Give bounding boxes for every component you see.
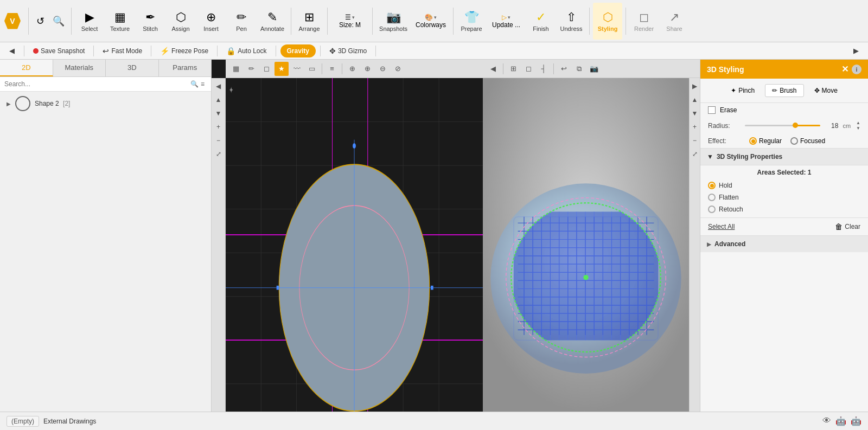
- brush-tool-btn[interactable]: ✏ Brush: [765, 84, 803, 97]
- brush-2d-btn[interactable]: 〰: [290, 62, 304, 76]
- tab-3d[interactable]: 3D: [106, 60, 159, 76]
- eraser-2d-btn[interactable]: ▭: [305, 62, 319, 76]
- rect-btn[interactable]: ◻: [259, 62, 273, 76]
- radius-slider[interactable]: [745, 125, 820, 126]
- undo-button[interactable]: ↺: [32, 3, 48, 40]
- render-tool[interactable]: ◻ Render: [629, 3, 659, 40]
- erase-checkbox[interactable]: [708, 106, 716, 114]
- back-3d-btn[interactable]: ◀: [486, 62, 500, 76]
- empty-tag[interactable]: (Empty): [7, 416, 39, 427]
- layers-3d-btn[interactable]: ⧉: [572, 62, 586, 76]
- effect-row: Effect: Regular Focused: [700, 134, 868, 148]
- svg-point-22: [353, 143, 356, 148]
- star-btn[interactable]: ★: [275, 62, 289, 76]
- vzoomout-btn[interactable]: −: [213, 134, 225, 146]
- clear-button[interactable]: Clear: [845, 223, 860, 230]
- retouch-option[interactable]: Retouch: [700, 203, 868, 215]
- colorways-tool[interactable]: 🎨 ▾ Colorways: [412, 3, 450, 40]
- zoom-out-2d[interactable]: ⊖: [375, 62, 390, 76]
- finish-tool[interactable]: ✓ Finish: [526, 3, 556, 40]
- vzoomin-btn[interactable]: +: [213, 121, 225, 133]
- shape-preview: [15, 96, 30, 111]
- share-tool[interactable]: ↗ Share: [660, 3, 689, 40]
- zoom-in-2d[interactable]: ⊕: [345, 62, 359, 76]
- camera-3d-btn[interactable]: 📷: [587, 62, 601, 76]
- shape-item[interactable]: ▶ Shape 2 [2]: [0, 92, 211, 115]
- zoom-fit-2d[interactable]: ⊘: [391, 62, 405, 76]
- fill-tool-btn[interactable]: ▦: [229, 62, 243, 76]
- vup-btn[interactable]: ▲: [213, 94, 225, 106]
- undo-3d-btn[interactable]: ↩: [557, 62, 571, 76]
- pen-tool[interactable]: ✏ Pen: [227, 3, 256, 40]
- auto-lock-button[interactable]: 🔒 Auto Lock: [222, 46, 271, 56]
- styling-props-header[interactable]: ▼ 3D Styling Properties: [700, 148, 868, 165]
- vexpand-btn[interactable]: ⤢: [213, 148, 225, 160]
- stitch-tool[interactable]: ✒ Stitch: [136, 3, 165, 40]
- canvas-2d[interactable]: ▦ ✏ ◻ ★ 〰 ▭ ≡ ⊕ ⊕ ⊖ ⊘ ◀ ▲ ▼ + − ⤢: [212, 60, 483, 412]
- search-button[interactable]: 🔍: [49, 3, 68, 40]
- ai-icon2[interactable]: 🤖: [851, 416, 861, 426]
- move-icon: ✥: [814, 87, 820, 94]
- canvas-3d[interactable]: ◀ ⊞ ◻ ┤ ↩ ⧉ 📷: [483, 60, 700, 412]
- filter-icon[interactable]: ≡: [201, 80, 205, 88]
- search-icon[interactable]: 🔍: [190, 80, 199, 88]
- snapshots-tool[interactable]: 📷 Snapshots: [376, 3, 411, 40]
- grid-3d-btn[interactable]: ⊞: [506, 62, 520, 76]
- fast-mode-button[interactable]: ↩ Fast Mode: [98, 46, 146, 56]
- update-tool[interactable]: ▷ ▾ Update ...: [487, 3, 525, 40]
- shape-label: Shape 2 [2]: [35, 100, 70, 107]
- eye-icon[interactable]: 👁: [822, 416, 831, 426]
- effect-regular-option[interactable]: Regular: [749, 137, 782, 145]
- search-input[interactable]: [4, 80, 190, 88]
- effect-focused-option[interactable]: Focused: [790, 137, 825, 145]
- tab-2d[interactable]: 2D: [0, 60, 53, 76]
- save-snapshot-button[interactable]: Save Snapshot: [29, 46, 89, 56]
- zoom-in2-2d[interactable]: ⊕: [360, 62, 374, 76]
- select-tool[interactable]: ▶ Select: [75, 3, 104, 40]
- annotate-tool[interactable]: ✎ Annotate: [257, 3, 288, 40]
- tab-params[interactable]: Params: [159, 60, 212, 76]
- assign-tool[interactable]: ⬡ Assign: [166, 3, 195, 40]
- tab-materials[interactable]: Materials: [53, 60, 106, 76]
- undress-tool[interactable]: ⇧ Undress: [557, 3, 586, 40]
- box-3d-btn[interactable]: ◻: [521, 62, 535, 76]
- move-tool-btn[interactable]: ✥ Move: [807, 84, 845, 97]
- select-all-button[interactable]: Select All: [708, 223, 735, 230]
- close-icon[interactable]: ✕: [841, 64, 848, 74]
- advanced-section[interactable]: ▶ Advanced: [700, 235, 868, 252]
- insert-tool[interactable]: ⊕ Insert: [196, 3, 226, 40]
- gizmo-3d-button[interactable]: ✥ 3D Gizmo: [325, 46, 371, 56]
- arrange-tool[interactable]: ⊞ Arrange: [295, 3, 324, 40]
- flatten-option[interactable]: Flatten: [700, 191, 868, 203]
- styling-tool[interactable]: ⬡ Styling: [593, 3, 622, 40]
- size-dropdown[interactable]: ☰ ▾ Size: M: [331, 3, 369, 40]
- pen-2d-btn[interactable]: ✏: [244, 62, 258, 76]
- texture-tool[interactable]: ▦ Texture: [105, 3, 135, 40]
- collapse-sidebar-left[interactable]: ◀: [4, 44, 20, 57]
- freeze-pose-button[interactable]: ⚡ Freeze Pose: [156, 46, 213, 56]
- vr-zoomout-btn[interactable]: −: [689, 134, 700, 146]
- collapse-sidebar-right[interactable]: ▶: [848, 44, 864, 57]
- expand-icon[interactable]: ▶: [7, 101, 11, 107]
- hold-option[interactable]: Hold: [700, 179, 868, 191]
- radius-stepper[interactable]: ▲ ▼: [856, 120, 860, 131]
- lines-btn[interactable]: ≡: [325, 62, 339, 76]
- vr-zoomin-btn[interactable]: +: [689, 121, 700, 133]
- pinch-icon: ✦: [731, 87, 736, 94]
- vr-expand-btn[interactable]: ⤢: [689, 148, 700, 160]
- vr-down-btn[interactable]: ▼: [689, 107, 700, 119]
- vdown-btn[interactable]: ▼: [213, 107, 225, 119]
- vcollapse-btn[interactable]: ◀: [213, 80, 225, 92]
- brush-icon: ✏: [772, 87, 777, 94]
- ai-icon1[interactable]: 🤖: [835, 416, 846, 426]
- svg-point-90: [583, 275, 589, 280]
- vr-collapse-btn[interactable]: ▶: [689, 80, 700, 92]
- pinch-tool-btn[interactable]: ✦ Pinch: [724, 84, 762, 97]
- gravity-button[interactable]: Gravity: [280, 44, 316, 57]
- prepare-tool[interactable]: 👕 Prepare: [457, 3, 486, 40]
- ruler-3d-btn[interactable]: ┤: [537, 62, 551, 76]
- vr-up-btn[interactable]: ▲: [689, 94, 700, 106]
- external-drawings-label: External Drawings: [43, 418, 96, 425]
- info-icon[interactable]: i: [852, 65, 861, 74]
- app-logo[interactable]: V: [4, 13, 21, 29]
